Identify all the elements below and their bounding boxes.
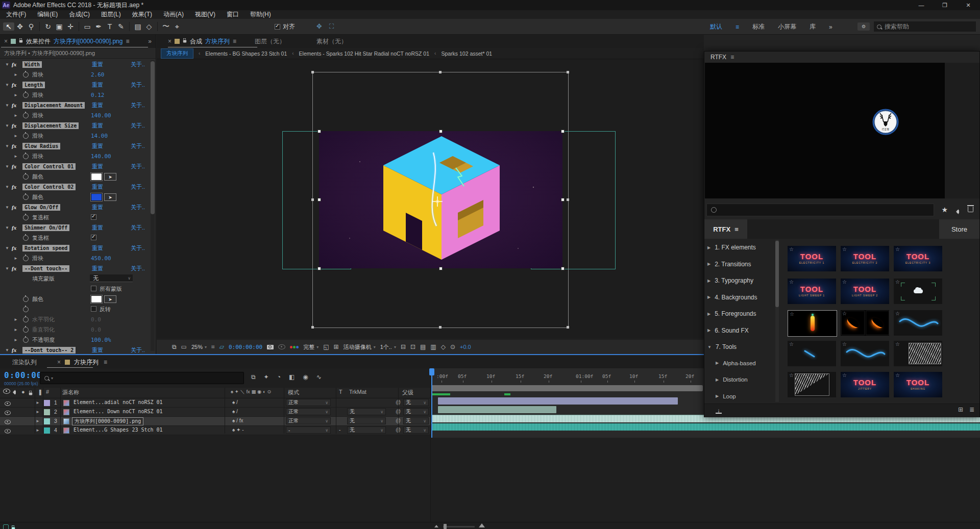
checkbox[interactable] — [91, 214, 96, 220]
collapse-arrow-icon[interactable]: ▼ — [5, 348, 9, 352]
reset-link[interactable]: 重置 — [92, 61, 103, 68]
favorite-star-icon[interactable]: ☆ — [789, 372, 794, 378]
stopwatch-icon[interactable] — [23, 92, 29, 99]
category-item[interactable]: ▶2. Transitions — [707, 261, 751, 268]
layer-expand-icon[interactable]: ► — [36, 400, 40, 405]
layer-label-chip[interactable] — [44, 427, 50, 434]
expand-arrow-icon[interactable]: ► — [14, 113, 18, 118]
trkmat-column[interactable]: TrkMat — [349, 389, 366, 395]
reset-link[interactable]: 重置 — [92, 122, 103, 130]
collapse-arrow-icon[interactable]: ▼ — [5, 83, 9, 87]
effect-name[interactable]: Glow Radius — [22, 143, 60, 149]
checkbox[interactable] — [91, 306, 96, 312]
bbox-handle[interactable] — [439, 326, 442, 329]
layer-mode-dropdown[interactable]: 正常∨ — [286, 408, 331, 415]
motion-sketch-icon[interactable]: ✥ — [316, 22, 322, 31]
favorites-star-icon[interactable]: ★ — [941, 206, 948, 214]
breadcrumb-item[interactable]: Elements - Sparks 102 Hit Star Radial no… — [299, 51, 429, 57]
menu-item[interactable]: 文件(F) — [6, 10, 26, 19]
property-value[interactable]: 0.0 — [91, 316, 101, 323]
timeline-zoom-slider[interactable] — [443, 526, 475, 527]
about-link[interactable]: 关于.. — [131, 204, 145, 211]
menu-item[interactable]: 窗口 — [227, 10, 239, 19]
eyedropper-icon[interactable]: ➤ — [104, 193, 116, 201]
stopwatch-icon[interactable] — [23, 133, 29, 140]
lock-column-icon[interactable] — [29, 393, 32, 395]
panel-menu-icon[interactable]: ≡ — [126, 38, 129, 45]
reset-link[interactable]: 重置 — [92, 265, 103, 272]
layer-parent-dropdown[interactable]: 无∨ — [403, 408, 429, 415]
stopwatch-icon[interactable] — [23, 317, 29, 324]
preset-thumbnail[interactable]: ☆TOOLLIGHT SWEEP 1 — [788, 279, 836, 304]
layer-bar-1[interactable] — [438, 397, 678, 405]
about-link[interactable]: 关于.. — [131, 81, 145, 89]
reset-link[interactable]: 重置 — [92, 163, 103, 170]
category-item[interactable]: ▶5. Foregrounds — [707, 310, 756, 317]
magnification-dropdown[interactable]: 25%▾ — [191, 344, 207, 350]
stopwatch-icon[interactable] — [23, 307, 29, 314]
workspace-tab[interactable]: 库 — [810, 22, 816, 31]
tool-icon-2[interactable]: ⚲ — [26, 22, 37, 31]
layer-eye-icon[interactable] — [5, 410, 11, 416]
bbox-handle[interactable] — [311, 198, 314, 201]
tool-icon-7[interactable]: ✒ — [93, 22, 104, 31]
trash-icon[interactable] — [968, 207, 973, 212]
tab-close-icon[interactable]: × — [57, 359, 61, 366]
rtfx-search-input[interactable] — [706, 204, 934, 216]
reset-link[interactable]: 重置 — [92, 244, 103, 252]
collapse-arrow-icon[interactable]: ▼ — [5, 144, 9, 148]
timeline-toggle-icon-2[interactable]: ◔ — [277, 373, 281, 381]
favorite-star-icon[interactable]: ☆ — [895, 341, 900, 347]
breadcrumb-item[interactable]: Elements - BG Shapes 23 Stch 01 — [205, 51, 287, 57]
workspace-switcher-icon[interactable]: ⚙ — [857, 22, 870, 31]
color-swatch[interactable] — [91, 295, 102, 303]
tool-icon-3[interactable]: ↻ — [42, 22, 54, 31]
layer-parent-dropdown[interactable]: 无∨ — [403, 426, 429, 434]
always-preview-icon[interactable]: ⧉ — [172, 343, 177, 350]
reset-link[interactable]: 重置 — [92, 102, 103, 109]
reset-link[interactable]: 重置 — [92, 224, 103, 232]
layer-trkmat-dropdown[interactable]: 无∨ — [347, 426, 386, 434]
tool-icon-1[interactable]: ✥ — [14, 22, 26, 31]
stopwatch-icon[interactable] — [23, 215, 29, 222]
effect-name[interactable]: Shimmer On/Off — [22, 224, 69, 231]
expand-arrow-icon[interactable]: ► — [14, 93, 18, 97]
comp-image[interactable] — [319, 131, 562, 268]
favorite-star-icon[interactable]: ☆ — [842, 341, 847, 347]
reset-exposure-icon[interactable]: ⊙ — [450, 343, 455, 350]
audio-column-icon[interactable] — [14, 391, 16, 394]
tool-icon-13[interactable]: ⌖ — [172, 22, 183, 31]
layer-switches[interactable]: ♠ / — [232, 399, 238, 405]
property-value[interactable]: 140.00 — [91, 112, 111, 119]
stopwatch-icon[interactable] — [23, 113, 29, 120]
tool-icon-8[interactable]: T — [104, 22, 115, 31]
bbox-handle[interactable] — [567, 326, 569, 329]
solo-column-icon[interactable]: ● — [21, 389, 25, 395]
preset-thumbnail[interactable]: ☆ — [788, 372, 836, 397]
effect-name[interactable]: Displacement Amount — [22, 102, 85, 109]
property-value[interactable]: 0.0 — [91, 326, 101, 333]
maximize-button[interactable]: ❐ — [933, 0, 957, 10]
selection-handle[interactable] — [317, 198, 321, 201]
property-value[interactable]: 100.0% — [91, 337, 111, 343]
category-item[interactable]: ▶3. Typography — [707, 277, 753, 284]
workspace-menu-icon[interactable]: ≡ — [736, 23, 739, 31]
parent-column[interactable]: 父级 — [402, 389, 413, 396]
eyedropper-icon[interactable]: ➤ — [104, 295, 116, 303]
property-value[interactable]: 14.00 — [91, 133, 108, 139]
tool-icon-10[interactable]: ▤ — [132, 22, 143, 31]
about-link[interactable]: 关于.. — [131, 163, 145, 170]
collapse-arrow-icon[interactable]: ▼ — [5, 123, 9, 128]
tool-icon-5[interactable]: ✛ — [65, 22, 76, 31]
panel-close-icon[interactable]: × — [4, 38, 8, 45]
layer-name[interactable]: 方块序列[0000-0090].png — [72, 417, 143, 425]
effect-name[interactable]: Color Control 01 — [22, 163, 76, 170]
stopwatch-icon[interactable] — [23, 72, 29, 79]
eye-column-icon[interactable] — [3, 389, 10, 394]
checkbox[interactable] — [91, 235, 96, 240]
stopwatch-icon[interactable] — [23, 235, 29, 242]
about-link[interactable]: 关于.. — [131, 244, 145, 252]
favorite-star-icon[interactable]: ☆ — [789, 279, 794, 285]
grid-view-icon[interactable]: ⊞ — [958, 406, 963, 413]
panel-title[interactable]: 效果控件 — [26, 37, 51, 46]
